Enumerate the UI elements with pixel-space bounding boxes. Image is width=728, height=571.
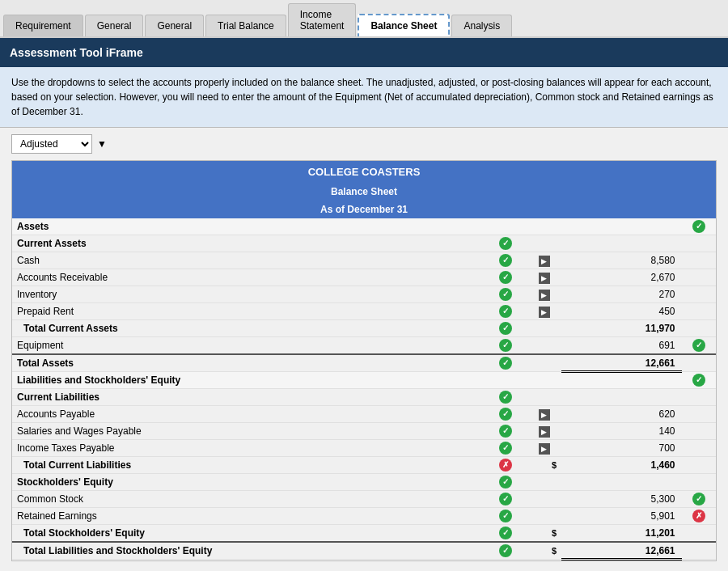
total-liabilities-prefix: $ — [527, 542, 561, 560]
salaries-label: Salaries and Wages Payable — [12, 423, 485, 440]
current-liab-check-icon: ✓ — [499, 391, 512, 404]
total-assets-value: 12,661 — [561, 354, 682, 372]
ap-check-icon: ✓ — [499, 408, 512, 421]
current-liabilities-label: Current Liabilities — [12, 389, 485, 406]
salaries-arrow-icon[interactable]: ▶ — [539, 426, 550, 438]
tab-balance-sheet[interactable]: Balance Sheet — [358, 14, 450, 36]
assets-header-row: Assets ✓ — [12, 218, 716, 235]
salaries-check-icon: ✓ — [499, 425, 512, 438]
retained-earnings-row: Retained Earnings ✓ 5,901 ✗ — [12, 508, 716, 525]
total-current-assets-row: Total Current Assets ✓ 11,970 — [12, 320, 716, 337]
prepaid-row: Prepaid Rent ✓ ▶ 450 — [12, 303, 716, 320]
retained-earnings-value: 5,901 — [561, 508, 682, 525]
equipment-check-icon: ✓ — [499, 339, 512, 352]
income-tax-value: 700 — [561, 440, 682, 457]
total-current-liab-label: Total Current Liabilities — [12, 457, 485, 474]
sheet-title: Balance Sheet — [12, 183, 716, 201]
assets-label: Assets — [12, 218, 485, 235]
current-assets-label: Current Assets — [12, 235, 485, 252]
salaries-value: 140 — [561, 423, 682, 440]
ar-label: Accounts Receivable — [12, 269, 485, 286]
ap-value: 620 — [561, 406, 682, 423]
inventory-value: 270 — [561, 286, 682, 303]
tab-trial-balance[interactable]: Trial Balance — [205, 15, 286, 36]
total-current-liab-value: 1,460 — [561, 457, 682, 474]
company-name: COLLEGE COASTERS — [12, 161, 716, 183]
prepaid-value: 450 — [561, 303, 682, 320]
income-tax-row: Income Taxes Payable ✓ ▶ 700 — [12, 440, 716, 457]
stockholders-check-icon: ✓ — [499, 476, 512, 489]
total-current-assets-label: Total Current Assets — [12, 320, 485, 337]
prepaid-label: Prepaid Rent — [12, 303, 485, 320]
total-stockholders-value: 11,201 — [561, 525, 682, 543]
equipment-label: Equipment — [12, 337, 485, 355]
cash-row: Cash ✓ ▶ 8,580 — [12, 252, 716, 269]
total-current-liab-check-icon: ✗ — [499, 459, 512, 472]
iframe-label: Assessment Tool iFrame — [0, 41, 153, 64]
prepaid-check-icon: ✓ — [499, 305, 512, 318]
common-stock-value: 5,300 — [561, 491, 682, 508]
cash-value: 8,580 — [561, 252, 682, 269]
total-stockholders-prefix: $ — [527, 525, 561, 543]
stockholders-label: Stockholders' Equity — [12, 474, 485, 491]
sheet-date: As of December 31 — [12, 201, 716, 218]
liabilities-check-icon: ✓ — [692, 374, 705, 387]
total-assets-label: Total Assets — [12, 354, 485, 372]
balance-sheet-container: COLLEGE COASTERS Balance Sheet As of Dec… — [11, 160, 717, 561]
total-liabilities-row: Total Liabilities and Stockholders' Equi… — [12, 542, 716, 560]
prepaid-arrow-icon[interactable]: ▶ — [539, 307, 550, 318]
inventory-row: Inventory ✓ ▶ 270 — [12, 286, 716, 303]
tab-analysis[interactable]: Analysis — [451, 15, 512, 36]
retained-earnings-check-icon: ✓ — [499, 510, 512, 522]
common-stock-row: Common Stock ✓ 5,300 ✓ — [12, 491, 716, 508]
cash-label: Cash — [12, 252, 485, 269]
income-tax-label: Income Taxes Payable — [12, 440, 485, 457]
income-tax-arrow-icon[interactable]: ▶ — [539, 443, 550, 455]
ar-arrow-icon[interactable]: ▶ — [539, 273, 550, 284]
equipment-value: 691 — [561, 337, 682, 355]
total-assets-check-icon: ✓ — [499, 357, 512, 370]
total-ca-check-icon: ✓ — [499, 322, 512, 335]
tab-income-statement[interactable]: Income Statement — [288, 3, 357, 36]
tab-general2[interactable]: General — [145, 15, 204, 36]
total-current-liab-prefix: $ — [527, 457, 561, 474]
liabilities-label: Liabilities and Stockholders' Equity — [12, 372, 485, 389]
common-stock-label: Common Stock — [12, 491, 485, 508]
total-stockholders-check-icon: ✓ — [499, 527, 512, 539]
adjusted-dropdown[interactable]: Unadjusted Adjusted Post-closing — [11, 134, 92, 154]
liabilities-header-row: Liabilities and Stockholders' Equity ✓ — [12, 372, 716, 389]
toolbar: Unadjusted Adjusted Post-closing ▼ — [0, 128, 728, 160]
total-assets-row: Total Assets ✓ 12,661 — [12, 354, 716, 372]
income-tax-check-icon: ✓ — [499, 442, 512, 455]
inventory-check-icon: ✓ — [499, 288, 512, 301]
common-stock-check-icon: ✓ — [499, 493, 512, 505]
total-current-assets-value: 11,970 — [561, 320, 682, 337]
dropdown-arrow-icon: ▼ — [97, 138, 107, 150]
common-stock-val-check-icon: ✓ — [692, 493, 705, 505]
instructions-text: Use the dropdowns to select the accounts… — [0, 67, 728, 128]
inventory-arrow-icon[interactable]: ▶ — [539, 290, 550, 301]
salaries-row: Salaries and Wages Payable ✓ ▶ 140 — [12, 423, 716, 440]
tabs-bar: Requirement General General Trial Balanc… — [0, 0, 728, 38]
ap-arrow-icon[interactable]: ▶ — [539, 409, 550, 421]
total-stockholders-row: Total Stockholders' Equity ✓ $ 11,201 — [12, 525, 716, 543]
retained-earnings-label: Retained Earnings — [12, 508, 485, 525]
total-stockholders-label: Total Stockholders' Equity — [12, 525, 485, 543]
stockholders-row: Stockholders' Equity ✓ — [12, 474, 716, 491]
assets-check-icon: ✓ — [692, 220, 705, 233]
equipment-row: Equipment ✓ 691 ✓ — [12, 337, 716, 355]
ap-row: Accounts Payable ✓ ▶ 620 — [12, 406, 716, 423]
total-current-liabilities-row: Total Current Liabilities ✗ $ 1,460 — [12, 457, 716, 474]
ar-value: 2,670 — [561, 269, 682, 286]
total-liabilities-label: Total Liabilities and Stockholders' Equi… — [12, 542, 485, 560]
ap-label: Accounts Payable — [12, 406, 485, 423]
current-assets-row: Current Assets ✓ — [12, 235, 716, 252]
total-liabilities-value: 12,661 — [561, 542, 682, 560]
retained-earnings-val-check-icon: ✗ — [692, 510, 705, 522]
tab-general1[interactable]: General — [85, 15, 144, 36]
tab-requirement[interactable]: Requirement — [3, 15, 83, 36]
equipment-val-check-icon: ✓ — [692, 339, 705, 352]
cash-arrow-icon[interactable]: ▶ — [539, 256, 550, 267]
cash-check-icon: ✓ — [499, 254, 512, 267]
total-liabilities-check-icon: ✓ — [499, 544, 512, 557]
